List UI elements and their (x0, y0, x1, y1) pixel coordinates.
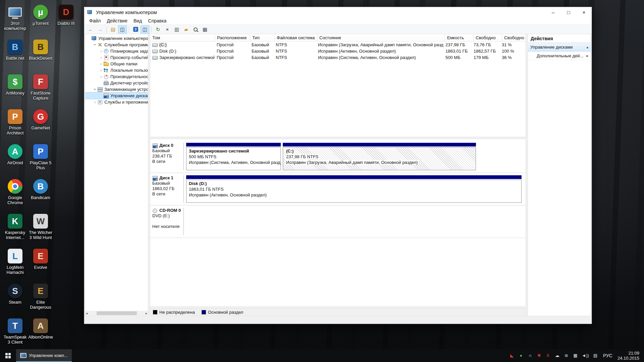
desktop-icon-μtorrent[interactable]: μμTorrent (28, 5, 53, 26)
desktop-icon-bandicam[interactable]: BBandicam (28, 179, 53, 200)
column-header-емкость[interactable]: Емкость (445, 34, 474, 41)
sidebar-item-служебные-программы[interactable]: ›Служебные программы (85, 42, 148, 48)
column-header-том[interactable]: Том (150, 34, 215, 41)
sidebar-item-планировщик-заданий[interactable]: ›Планировщик заданий (85, 48, 148, 54)
column-header-свободно[interactable]: Свободно (474, 34, 502, 41)
sidebar-item-общие-папки[interactable]: ›Общие папки (85, 61, 148, 67)
desktop-icon-logmein-hamachi[interactable]: LLogMeIn Hamachi (3, 249, 28, 275)
network-tray-icon[interactable]: ▦ (573, 353, 578, 358)
desktop-icon-evolve[interactable]: EEvolve (28, 249, 53, 270)
taskbar-clock[interactable]: 21:09 24.10.2015 (618, 351, 641, 361)
desktop-icon-battle-net[interactable]: BBattle.net (3, 40, 28, 61)
partition-disk-d[interactable]: Disk (D:)1863,01 ГБ NTFSИсправен (Активе… (186, 175, 522, 203)
sidebar-item-локальные-пользовате[interactable]: ›Локальные пользовате (85, 67, 148, 73)
menu-item-действие[interactable]: Действие (104, 17, 130, 24)
properties-button[interactable]: ▥ (172, 25, 181, 34)
desktop-icon-blackdesert[interactable]: BBlackDesert (28, 40, 53, 61)
menu-item-файл[interactable]: Файл (86, 17, 104, 24)
desktop-icon-prison-architect[interactable]: PPrison Architect (3, 109, 28, 135)
delete-button[interactable]: × (163, 25, 172, 34)
desktop-icon-faststone-capture[interactable]: FFastStone Capture (28, 74, 53, 101)
scroll-left-arrow-icon[interactable]: ◂ (86, 311, 88, 315)
column-header-состояние[interactable]: Состояние (317, 34, 445, 41)
partition-зарезервировано-системой[interactable]: Зарезервировано системой500 МБ NTFSИспра… (186, 143, 281, 170)
desktop-icon-artmoney[interactable]: $ArtMoney (3, 74, 28, 96)
sidebar-item-просмотр-событий[interactable]: ›Просмотр событий (85, 54, 148, 61)
disk-label-диск-1[interactable]: Диск 1Базовый1863,02 ГБВ сети (152, 175, 184, 203)
desktop-icon-gamenet[interactable]: GGameNet (28, 109, 53, 130)
teamspeak-headset-tray-icon[interactable]: ∩ (527, 353, 533, 358)
disk-label-диск-0[interactable]: Диск 0Базовый238,47 ГБВ сети (152, 143, 184, 170)
minimize-button[interactable]: – (545, 7, 561, 17)
red-flag-tray-icon[interactable]: ◣ (509, 353, 515, 358)
column-header-расположение[interactable]: Расположение (215, 34, 250, 41)
tree-horizontal-scrollbar[interactable]: ◂ ▸ (85, 311, 148, 316)
expander-expanded-icon[interactable]: › (93, 87, 97, 92)
scroll-right-arrow-icon[interactable]: ▸ (146, 311, 147, 315)
language-indicator[interactable]: РУС (602, 353, 614, 358)
volume-tray-icon[interactable]: ◄)) (582, 353, 589, 358)
column-header-тип[interactable]: Тип (250, 34, 275, 41)
sidebar-item-диспетчер-устройств[interactable]: Диспетчер устройств (85, 80, 148, 86)
disk-label-cd-rom-0[interactable]: CD-ROM 0DVD (E:) Нет носителя (152, 208, 184, 235)
refresh-button[interactable]: ↻ (154, 25, 162, 34)
window-titlebar[interactable]: Управление компьютером – □ × (84, 7, 592, 17)
desktop-icon-playclaw-5-plus[interactable]: PPlayClaw 5 Plus (28, 144, 53, 170)
back-button[interactable]: ← (86, 25, 95, 34)
sidebar-item-управление-компьютером-л[interactable]: Управление компьютером (л (85, 35, 148, 42)
actions-more-actions[interactable]: Дополнительные дей... ▸ (528, 52, 591, 60)
open-folder-button[interactable]: ▰ (182, 25, 191, 34)
sidebar-item-службы-и-приложения[interactable]: ›Службы и приложения (85, 99, 148, 105)
volume-row-disk-d[interactable]: Disk (D:)ПростойБазовыйNTFSИсправен (Акт… (150, 48, 526, 54)
expander-collapsed-icon[interactable]: › (99, 49, 103, 53)
desktop-icon-этот-компьютер[interactable]: Этот компьютер (3, 5, 28, 31)
collapse-arrow-icon[interactable]: ▴ (586, 45, 588, 49)
desktop-icon-elite-dangerous[interactable]: EElite Dangerous (28, 284, 53, 310)
menu-item-справка[interactable]: Справка (145, 17, 169, 24)
start-button[interactable] (0, 349, 16, 362)
scrollbar-thumb[interactable] (97, 311, 137, 315)
help-button[interactable]: ? (131, 25, 140, 34)
forward-button[interactable]: → (96, 25, 104, 34)
export-list-button[interactable]: ▤ (109, 25, 117, 34)
expander-collapsed-icon[interactable]: › (99, 74, 103, 79)
volume-row-зарезервировано-системой[interactable]: Зарезервировано системойПростойБазовыйNT… (150, 54, 526, 61)
expander-collapsed-icon[interactable]: › (99, 68, 103, 72)
action-pane-button[interactable]: ◫ (141, 25, 149, 34)
desktop-icon-the-witcher-3-wild-hunt[interactable]: WThe Witcher 3 Wild Hunt (28, 214, 53, 240)
kaspersky-tray-icon[interactable]: K (545, 353, 551, 358)
settings-button[interactable]: ▦ (201, 25, 209, 34)
taskbar-app-computer-management[interactable]: Управление комп... (16, 349, 72, 362)
desktop-icon-steam[interactable]: SSteam (3, 284, 28, 305)
partition-box[interactable]: Зарезервировано системой500 МБ NTFSИспра… (186, 147, 281, 170)
partition-box[interactable]: Disk (D:)1863,01 ГБ NTFSИсправен (Активе… (186, 180, 522, 203)
actions-group-disk-management[interactable]: Управление дисками ▴ (528, 43, 591, 52)
desktop-icon-google-chrome[interactable]: Google Chrome (3, 179, 28, 205)
volume-row-c[interactable]: (C:)ПростойБазовыйNTFSИсправен (Загрузка… (150, 42, 526, 48)
column-header-файловая-система[interactable]: Файловая система (275, 34, 317, 41)
partition-box[interactable]: (C:)237,98 ГБ NTFSИсправен (Загрузка, Ав… (283, 147, 476, 170)
maximize-button[interactable]: □ (561, 7, 576, 17)
desktop-icon-kaspersky-internet[interactable]: KKaspersky Internet... (3, 214, 28, 240)
desktop-icon-teamspeak-3-client[interactable]: TTeamSpeak 3 Client (3, 318, 28, 345)
hamachi-tray-icon[interactable]: ● (518, 353, 524, 358)
sidebar-item-запоминающие-устройст[interactable]: ›Запоминающие устройст (85, 86, 148, 93)
expander-expanded-icon[interactable]: › (93, 43, 97, 47)
console-tree-button[interactable]: ◫ (118, 25, 127, 34)
satellite-tray-icon[interactable]: ⊚ (564, 353, 569, 358)
sidebar-item-производительность[interactable]: ›Производительность (85, 73, 148, 80)
expander-collapsed-icon[interactable]: › (93, 100, 97, 104)
search-button[interactable] (191, 25, 200, 34)
expander-collapsed-icon[interactable]: › (99, 55, 103, 60)
notification-tray-icon[interactable]: ▤ (593, 353, 598, 358)
sidebar-item-управление-дисками[interactable]: Управление дисками (85, 93, 148, 99)
cloud-tray-icon[interactable]: ☁ (554, 353, 560, 358)
desktop-icon-albiononline[interactable]: AAlbionOnline (28, 318, 53, 340)
gamenet-star-tray-icon[interactable]: ✱ (536, 353, 542, 358)
expander-collapsed-icon[interactable]: › (99, 62, 103, 66)
desktop-icon-airdroid[interactable]: AAirDroid (3, 144, 28, 165)
menu-item-вид[interactable]: Вид (130, 17, 145, 24)
partition-c[interactable]: (C:)237,98 ГБ NTFSИсправен (Загрузка, Ав… (283, 143, 476, 170)
desktop-icon-diablo-iii[interactable]: DDiablo III (54, 5, 78, 26)
close-button[interactable]: × (576, 7, 592, 17)
